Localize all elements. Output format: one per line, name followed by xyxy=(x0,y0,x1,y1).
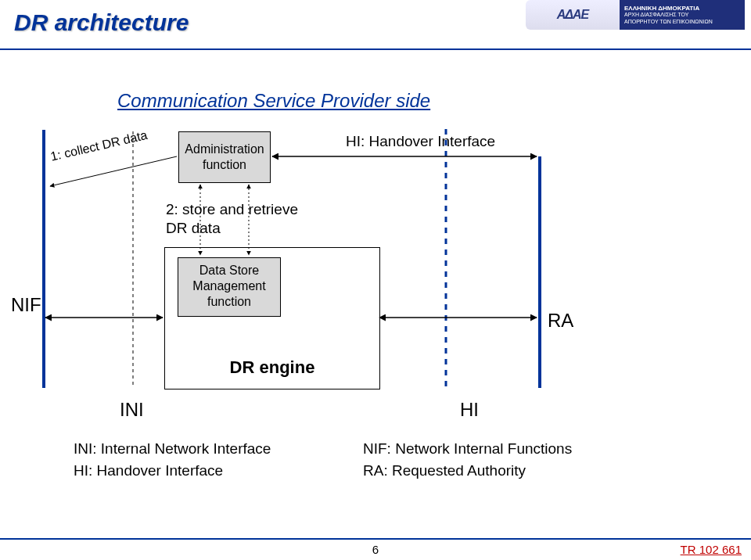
data-store-mgmt-box: Data Store Management function xyxy=(178,257,281,317)
store-l2: DR data xyxy=(166,219,298,238)
slide-title: DR architecture xyxy=(14,9,189,36)
hi-top-label: HI: Handover Interface xyxy=(346,133,495,150)
store-l1: 2: store and retrieve xyxy=(166,200,298,219)
legend-right: NIF: Network Internal Functions RA: Requ… xyxy=(363,438,572,482)
brand-logo: ΑΔΑE xyxy=(526,0,620,30)
brand-badge: ΑΔΑE ΕΛΛΗΝΙΚΗ ΔΗΜΟΚΡΑΤΙΑ ΑΡΧΗ ΔΙΑΣΦΑΛΙΣΗ… xyxy=(526,0,745,30)
store-retrieve-label: 2: store and retrieve DR data xyxy=(166,200,298,238)
brand-line2: ΑΡΧΗ ΔΙΑΣΦΑΛΙΣΗΣ ΤΟΥ xyxy=(624,12,740,18)
brand-text: ΕΛΛΗΝΙΚΗ ΔΗΜΟΚΡΑΤΙΑ ΑΡΧΗ ΔΙΑΣΦΑΛΙΣΗΣ ΤΟΥ… xyxy=(620,0,745,30)
rule-top xyxy=(0,48,751,50)
doc-reference: TR 102 661 xyxy=(681,543,742,556)
ra-label: RA xyxy=(548,310,573,332)
legend-left: INI: Internal Network Interface HI: Hand… xyxy=(74,438,271,482)
dsm-l1: Data Store xyxy=(178,263,280,278)
svg-line-4 xyxy=(50,156,177,186)
brand-line1: ΕΛΛΗΝΙΚΗ ΔΗΜΟΚΡΑΤΙΑ xyxy=(624,5,740,13)
brand-line3: ΑΠΟΡΡΗΤΟΥ ΤΩΝ ΕΠΙΚΟΙΝΩΝΙΩΝ xyxy=(624,19,740,25)
admin-box-l2: function xyxy=(179,157,270,173)
page-number: 6 xyxy=(0,543,751,556)
legend-hi: HI: Handover Interface xyxy=(74,460,271,482)
dr-engine-label: DR engine xyxy=(165,357,379,378)
legend-ini: INI: Internal Network Interface xyxy=(74,438,271,460)
csp-heading: Communication Service Provider side xyxy=(117,90,430,112)
dsm-l3: function xyxy=(178,294,280,310)
dr-engine-box: Data Store Management function DR engine xyxy=(164,247,380,389)
collect-label: 1: collect DR data xyxy=(49,128,149,164)
ini-label: INI xyxy=(120,399,144,421)
legend-ra: RA: Requested Authority xyxy=(363,460,572,482)
hi-label: HI xyxy=(460,399,479,421)
admin-box-l1: Administration xyxy=(179,142,270,157)
legend-nif: NIF: Network Internal Functions xyxy=(363,438,572,460)
admin-function-box: Administration function xyxy=(178,131,271,183)
nif-label: NIF xyxy=(11,294,41,316)
rule-bottom xyxy=(0,538,751,540)
slide: DR architecture ΑΔΑE ΕΛΛΗΝΙΚΗ ΔΗΜΟΚΡΑΤΙΑ… xyxy=(0,0,751,560)
dsm-l2: Management xyxy=(178,278,280,294)
